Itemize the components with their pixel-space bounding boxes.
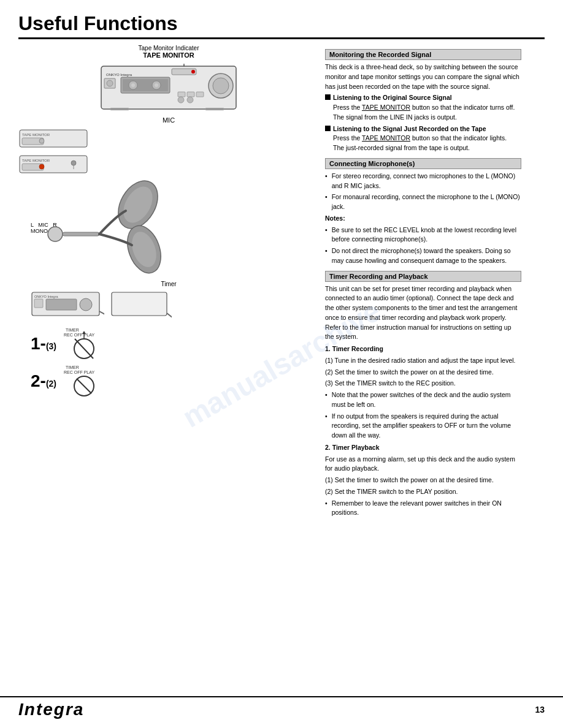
svg-text:REC  OFF  PLAY: REC OFF PLAY (64, 333, 94, 337)
timer-rec-heading: 1. Timer Recording (325, 344, 521, 354)
mic-connector-svg (37, 179, 184, 274)
mic-illustration: L MIC RMONO (18, 179, 319, 277)
timer-content: This unit can be set for preset timer re… (325, 284, 521, 518)
svg-line-43 (99, 311, 104, 317)
main-device-svg: ONKYO Integra (83, 60, 255, 115)
tape-monitor-off-row: TAPE MONITOR (18, 127, 319, 150)
svg-text:REC  OFF  PLAY: REC OFF PLAY (64, 370, 94, 374)
svg-point-41 (80, 298, 92, 311)
monitoring-bullet2: Listening to the Signal Just Recorded on… (325, 124, 521, 153)
timer-intro: This unit can be set for preset timer re… (325, 284, 521, 343)
timer-s2-intro: For use as a morning alarm, set up this … (325, 455, 521, 474)
svg-point-16 (191, 70, 195, 74)
svg-point-3 (107, 80, 113, 86)
svg-rect-13 (187, 92, 194, 97)
timer-switch-1-svg: TIMER REC OFF PLAY (63, 325, 105, 359)
svg-rect-12 (178, 92, 185, 97)
svg-text:ONKYO Integra: ONKYO Integra (106, 73, 132, 77)
timer-device-svg: ONKYO Integra (31, 290, 104, 320)
monitoring-bullet1-text: Listening to the Original Source Signal … (333, 93, 515, 122)
page-title: Useful Functions (18, 12, 545, 35)
svg-rect-42 (34, 299, 43, 308)
timer-s1-item3: (3) Set the TIMER switch to the REC posi… (325, 379, 521, 389)
timer-s2-item2: (2) Set the TIMER switch to the PLAY pos… (325, 487, 521, 497)
mic-note1: • Be sure to set the REC LEVEL knob at t… (325, 226, 521, 245)
svg-text:TAPE MONITOR: TAPE MONITOR (22, 159, 50, 162)
svg-rect-33 (63, 232, 99, 236)
footer-brand: Integra (18, 700, 84, 719)
timer-s1-note1: • Note that the power switches of the de… (325, 390, 521, 410)
title-underline (18, 37, 545, 39)
timer-diagram-section: Timer ONKYO Integra (18, 281, 319, 396)
right-column: Monitoring the Recorded Signal This deck… (325, 44, 521, 520)
svg-point-30 (71, 161, 76, 165)
bullet-square-2 (325, 126, 331, 131)
svg-point-29 (39, 164, 44, 169)
monitoring-bullet1: Listening to the Original Source Signal … (325, 93, 521, 122)
tape-monitor-on-row: TAPE MONITOR (18, 153, 319, 175)
svg-text:TAPE MONITOR: TAPE MONITOR (22, 133, 50, 137)
timer-s1-item1: (1) Tune in the desired radio station an… (325, 356, 521, 366)
svg-point-19 (187, 97, 193, 103)
step1-row: 1-(3) TIMER REC OFF PLAY (31, 325, 319, 359)
svg-line-46 (167, 313, 172, 319)
timer-play-heading: 2. Timer Playback (325, 443, 521, 453)
mic-dot1: • For stereo recording, connect two micr… (325, 172, 521, 191)
svg-rect-14 (196, 92, 204, 97)
bullet-square-1 (325, 94, 331, 100)
timer-box-svg (110, 290, 172, 320)
mic-dot2: • For monaural recording, connect the mi… (325, 192, 521, 212)
svg-rect-40 (46, 299, 77, 310)
monitoring-intro: This deck is a three-head deck, so by sw… (325, 63, 521, 91)
svg-point-9 (155, 83, 158, 87)
timer-label: Timer (18, 281, 319, 287)
page: manualsarchive Useful Functions Tape Mon… (0, 0, 563, 728)
timer-device-row: ONKYO Integra (31, 290, 319, 320)
tape-monitor-on-svg: TAPE MONITOR (18, 153, 92, 175)
microphone-heading: Connecting Microphone(s) (325, 158, 521, 169)
svg-point-25 (39, 138, 44, 143)
monitoring-heading: Monitoring the Recorded Signal (325, 49, 521, 60)
svg-rect-21 (205, 108, 224, 110)
timer-s1-item2: (2) Set the timer to switch the power on… (325, 368, 521, 377)
timer-heading: Timer Recording and Playback (325, 271, 521, 282)
tape-monitor-off-svg: TAPE MONITOR (18, 127, 92, 150)
microphone-content: • For stereo recording, connect two micr… (325, 172, 521, 266)
svg-rect-20 (110, 108, 129, 110)
monitoring-content: This deck is a three-head deck, so by sw… (325, 63, 521, 153)
svg-text:TIMER: TIMER (66, 365, 79, 370)
svg-point-32 (48, 227, 63, 241)
tape-monitor-small-section: TAPE MONITOR TAPE MONITOR (18, 127, 319, 175)
svg-rect-45 (112, 292, 167, 316)
svg-line-57 (77, 379, 91, 393)
step2-row: 2-(2) TIMER REC OFF PLAY (31, 363, 319, 396)
tape-monitor-big-label: TAPE MONITOR (143, 51, 194, 59)
left-column: Tape Monitor Indicater TAPE MONITOR ONKY… (18, 44, 319, 520)
svg-text:TIMER: TIMER (66, 328, 79, 332)
svg-point-7 (131, 83, 135, 87)
monitoring-bullet2-text: Listening to the Signal Just Recorded on… (333, 124, 507, 153)
timer-s2-item1: (1) Set the timer to switch the power on… (325, 476, 521, 485)
timer-s2-note1: • Remember to leave the relevant power s… (325, 499, 521, 518)
svg-text:ONKYO Integra: ONKYO Integra (34, 295, 58, 298)
notes-label: Notes: (325, 214, 521, 224)
top-diagram: Tape Monitor Indicater TAPE MONITOR ONKY… (18, 44, 319, 124)
step1-label: 1-(3) (31, 334, 56, 354)
svg-point-11 (213, 78, 229, 94)
svg-point-18 (178, 97, 184, 103)
timer-switch-2-svg: TIMER REC OFF PLAY (63, 363, 105, 396)
step2-label: 2-(2) (31, 371, 56, 391)
timer-s1-note2: • If no output from the speakers is requ… (325, 412, 521, 441)
footer: Integra 13 (0, 696, 563, 719)
main-content: Tape Monitor Indicater TAPE MONITOR ONKY… (18, 44, 545, 520)
footer-page-number: 13 (535, 705, 545, 715)
mic-label: MIC (163, 116, 175, 124)
tape-monitor-indicator-label: Tape Monitor Indicater (139, 44, 199, 51)
mic-note2: • Do not direct the microphone(s) toward… (325, 246, 521, 266)
